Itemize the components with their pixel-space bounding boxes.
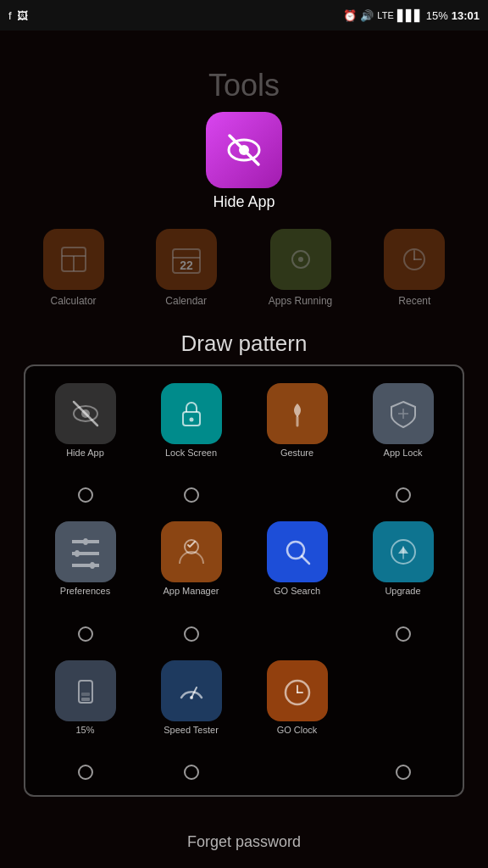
grid-gosearch-icon	[267, 521, 328, 582]
dot-empty	[396, 765, 411, 780]
svg-point-27	[190, 696, 193, 699]
calendar-label: Calendar	[165, 295, 207, 307]
dot-upgrade	[396, 626, 411, 642]
svg-point-10	[298, 257, 303, 262]
status-left-icons: f 🖼	[8, 9, 28, 22]
svg-rect-25	[81, 693, 90, 696]
dot-preferences	[78, 626, 93, 642]
grid-hideapp-icon	[55, 383, 116, 444]
grid-appmanager-label: App Manager	[163, 586, 219, 596]
calendar-icon: 22	[156, 229, 217, 290]
bg-app-calculator: Calculator	[43, 229, 104, 307]
bg-app-appsrunning: Apps Running	[269, 229, 332, 307]
calculator-icon	[43, 229, 104, 290]
grid-cell-gesture[interactable]: Gesture	[246, 375, 348, 509]
grid-gesture-label: Gesture	[280, 448, 313, 458]
grid-cell-15percent[interactable]: 15%	[34, 652, 136, 787]
appsrunning-label: Apps Running	[269, 295, 332, 307]
draw-pattern-title: Draw pattern	[0, 331, 488, 357]
grid-cell-appmanager[interactable]: App Manager	[140, 513, 242, 648]
status-right-icons: ⏰ 🔊 LTE ▋▋▋ 15% 13:01	[343, 9, 480, 22]
grid-cell-hideapp[interactable]: Hide App	[34, 375, 136, 509]
grid-speedtester-icon	[161, 660, 222, 721]
grid-lockscreen-label: Lock Screen	[165, 448, 217, 458]
grid-cell-lockscreen[interactable]: Lock Screen	[140, 375, 242, 509]
bg-app-row: Calculator 22 Calendar Apps Running Rece…	[0, 229, 488, 307]
forget-password-link[interactable]: Forget password	[0, 833, 488, 851]
lte-icon: LTE	[377, 10, 393, 20]
calculator-label: Calculator	[51, 295, 97, 307]
grid-lockscreen-icon	[161, 383, 222, 444]
svg-line-21	[302, 556, 309, 564]
grid-empty-icon	[373, 660, 434, 721]
grid-cell-applock[interactable]: App Lock	[352, 375, 454, 509]
grid-goclock-label: GO Clock	[277, 725, 318, 735]
grid-appmanager-icon	[161, 521, 222, 582]
alarm-icon: ⏰	[343, 9, 357, 22]
time-display: 13:01	[452, 9, 480, 22]
grid-cell-speedtester[interactable]: Speed Tester	[140, 652, 242, 787]
hide-app-label: Hide App	[213, 193, 274, 211]
dot-appmanager	[184, 626, 199, 642]
recent-label: Recent	[398, 295, 430, 307]
dot-lockscreen	[184, 487, 199, 503]
grid-upgrade-icon	[373, 521, 434, 582]
grid-speedtester-label: Speed Tester	[164, 725, 219, 735]
pattern-grid[interactable]: Hide App Lock Screen Gesture App Lock	[24, 364, 464, 797]
grid-applock-label: App Lock	[384, 448, 423, 458]
eye-slash-icon	[223, 129, 265, 171]
grid-upgrade-label: Upgrade	[385, 586, 420, 596]
status-bar: f 🖼 ⏰ 🔊 LTE ▋▋▋ 15% 13:01	[0, 0, 488, 31]
svg-point-18	[189, 418, 193, 422]
battery-percent: 15%	[426, 9, 448, 22]
grid-cell-preferences[interactable]: Preferences	[34, 513, 136, 648]
tools-section: Tools Hide App	[0, 68, 488, 211]
grid-preferences-icon	[55, 521, 116, 582]
grid-15percent-label: 15%	[75, 725, 94, 735]
bg-app-calendar: 22 Calendar	[156, 229, 217, 307]
tools-title: Tools	[208, 68, 280, 103]
grid-preferences-label: Preferences	[60, 586, 110, 596]
signal-bars: ▋▋▋	[397, 9, 423, 22]
image-icon: 🖼	[17, 9, 28, 22]
volume-icon: 🔊	[360, 9, 374, 22]
recent-icon	[384, 229, 445, 290]
dot-hideapp	[78, 487, 93, 503]
svg-text:22: 22	[180, 259, 193, 272]
grid-gesture-icon	[267, 383, 328, 444]
facebook-icon: f	[8, 9, 12, 22]
grid-15percent-icon	[55, 660, 116, 721]
bg-app-recent: Recent	[384, 229, 445, 307]
appsrunning-icon	[270, 229, 331, 290]
grid-applock-icon	[373, 383, 434, 444]
grid-cell-goclock[interactable]: GO Clock	[246, 652, 348, 787]
grid-cell-gosearch[interactable]: GO Search	[246, 513, 348, 648]
dot-speedtester	[184, 765, 199, 780]
grid-gosearch-label: GO Search	[274, 586, 320, 596]
grid-hideapp-label: Hide App	[66, 448, 104, 458]
grid-cell-upgrade[interactable]: Upgrade	[352, 513, 454, 648]
dot-applock	[396, 487, 411, 503]
grid-cell-empty	[352, 652, 454, 787]
grid-goclock-icon	[267, 660, 328, 721]
dot-15percent	[78, 765, 93, 780]
hide-app-icon[interactable]	[206, 112, 282, 188]
svg-rect-24	[81, 698, 90, 701]
